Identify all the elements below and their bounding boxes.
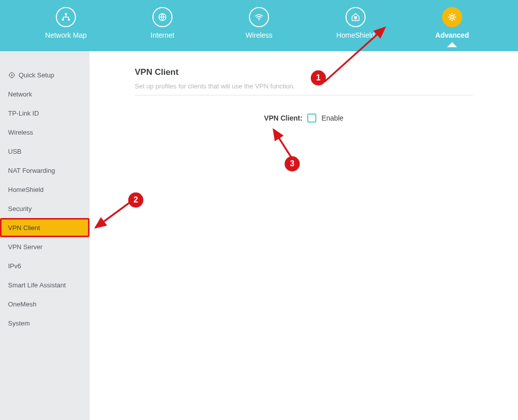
sidebar-item-usb[interactable]: USB: [0, 142, 90, 161]
sidebar-item-label: TP-Link ID: [8, 110, 39, 117]
nav-label: Network Map: [45, 31, 87, 39]
gear-icon: [442, 7, 462, 27]
svg-point-5: [451, 16, 454, 19]
annotation-badge-3: 3: [285, 156, 300, 171]
homeshield-icon: [346, 7, 366, 27]
svg-rect-2: [68, 19, 70, 21]
sidebar-item-nat-forwarding[interactable]: NAT Forwarding: [0, 161, 90, 180]
sidebar-item-label: IPv6: [8, 262, 21, 270]
sidebar-item-label: HomeShield: [8, 186, 44, 193]
sidebar-item-system[interactable]: System: [0, 313, 90, 333]
sidebar-item-label: USB: [8, 148, 22, 155]
sidebar-item-quick-setup[interactable]: Quick Setup: [0, 65, 90, 84]
target-icon: [8, 71, 16, 79]
svg-point-4: [258, 19, 260, 20]
sidebar-item-tplinkid[interactable]: TP-Link ID: [0, 103, 90, 123]
sidebar-item-homeshield[interactable]: HomeShield: [0, 180, 90, 199]
sidebar-item-onemesh[interactable]: OneMesh: [0, 294, 90, 313]
page-title: VPN Client: [135, 67, 473, 77]
active-tab-caret: [447, 42, 457, 47]
sidebar-item-ipv6[interactable]: IPv6: [0, 256, 90, 275]
sidebar-item-label: Security: [8, 205, 32, 213]
sidebar-item-label: OneMesh: [8, 300, 36, 308]
enable-label: Enable: [321, 114, 343, 122]
page-description: Set up profiles for clients that will us…: [135, 82, 473, 95]
sidebar-item-label: Quick Setup: [19, 71, 54, 79]
nav-network-map[interactable]: Network Map: [36, 7, 96, 39]
sidebar-item-smart-life[interactable]: Smart Life Assistant: [0, 275, 90, 294]
sidebar-item-network[interactable]: Network: [0, 84, 90, 103]
nav-label: Internet: [150, 31, 174, 39]
sidebar-item-label: System: [8, 320, 30, 327]
svg-point-7: [11, 74, 13, 76]
nav-label: HomeShield: [336, 31, 375, 39]
annotation-badge-2: 2: [128, 192, 143, 207]
nav-label: Wireless: [245, 31, 273, 39]
sidebar-item-vpn-server[interactable]: VPN Server: [0, 237, 90, 256]
sidebar-item-security[interactable]: Security: [0, 199, 90, 218]
nav-wireless[interactable]: Wireless: [229, 7, 289, 39]
globe-icon: [152, 7, 172, 27]
sidebar-item-vpn-client[interactable]: VPN Client: [0, 218, 90, 237]
sidebar-item-label: NAT Forwarding: [8, 167, 55, 174]
svg-rect-0: [65, 13, 67, 15]
svg-rect-1: [62, 19, 64, 21]
nav-internet[interactable]: Internet: [132, 7, 193, 39]
network-map-icon: [56, 7, 76, 27]
wifi-icon: [249, 7, 269, 27]
annotation-badge-1: 1: [311, 70, 326, 85]
vpn-client-enable-row: VPN Client: Enable: [135, 114, 473, 123]
sidebar: Quick Setup Network TP-Link ID Wireless …: [0, 51, 90, 420]
sidebar-item-label: VPN Client: [8, 224, 40, 232]
content-wrap: Quick Setup Network TP-Link ID Wireless …: [0, 51, 518, 420]
sidebar-item-label: VPN Server: [8, 243, 43, 251]
top-nav: Network Map Internet Wireless HomeShield…: [0, 0, 518, 51]
sidebar-item-wireless[interactable]: Wireless: [0, 123, 90, 142]
main-panel: VPN Client Set up profiles for clients t…: [90, 51, 518, 420]
vpn-client-enable-checkbox[interactable]: [307, 114, 316, 123]
nav-homeshield[interactable]: HomeShield: [325, 7, 386, 39]
sidebar-item-label: Network: [8, 90, 32, 98]
sidebar-item-label: Smart Life Assistant: [8, 281, 66, 289]
nav-label: Advanced: [436, 31, 469, 39]
vpn-client-label: VPN Client:: [264, 114, 302, 122]
nav-advanced[interactable]: Advanced: [422, 7, 482, 39]
sidebar-item-label: Wireless: [8, 129, 33, 136]
